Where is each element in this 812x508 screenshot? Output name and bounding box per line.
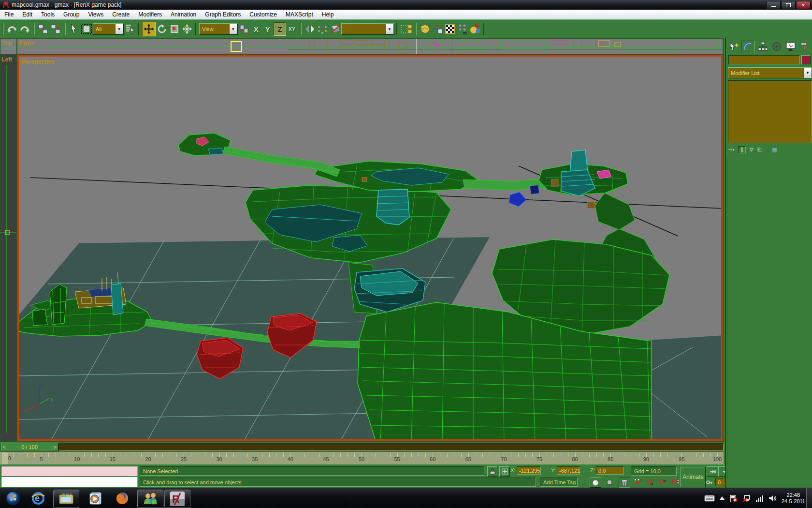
use-pivot-point-center-icon[interactable]	[238, 22, 250, 36]
viewport-left[interactable]: Left	[0, 55, 16, 441]
tab-motion[interactable]	[770, 41, 783, 52]
material-editor-icon[interactable]	[444, 22, 456, 36]
menu-group[interactable]: Group	[59, 11, 84, 18]
schematic-view-icon[interactable]	[431, 22, 444, 36]
menu-graph-editors[interactable]: Graph Editors	[201, 11, 245, 18]
restrict-xy-plane-button[interactable]: XY	[286, 23, 298, 35]
chevron-down-icon[interactable]: ▼	[803, 68, 812, 78]
selection-lock-icon[interactable]	[487, 466, 497, 477]
x-coord-field[interactable]: -121,295	[517, 466, 541, 475]
show-desktop-button[interactable]	[806, 488, 812, 508]
menu-help[interactable]: Help	[318, 11, 338, 18]
select-by-name-icon[interactable]	[124, 22, 136, 36]
taskbar-media-player[interactable]	[85, 490, 105, 507]
taskbar-internet-explorer[interactable]: e	[28, 490, 48, 507]
tab-display[interactable]	[784, 41, 797, 52]
menu-create[interactable]: Create	[108, 11, 134, 18]
select-and-manipulate-icon[interactable]	[181, 22, 193, 36]
time-slider-track[interactable]	[58, 443, 724, 451]
named-selection-dropdown[interactable]: ▼	[341, 23, 394, 35]
named-selection-sets-icon[interactable]	[400, 22, 413, 36]
viewport-front[interactable]: Front	[17, 39, 723, 54]
menu-file[interactable]: File	[0, 11, 18, 18]
select-and-rotate-icon[interactable]	[156, 22, 168, 36]
spinner-snap-icon[interactable]	[670, 478, 681, 487]
menu-modifiers[interactable]: Modifiers	[134, 11, 166, 18]
network-error-icon[interactable]	[742, 494, 751, 502]
tab-create[interactable]	[727, 41, 740, 52]
align-icon[interactable]	[329, 22, 341, 36]
select-and-link-icon[interactable]	[37, 22, 49, 36]
time-slider-next[interactable]: >	[52, 443, 58, 451]
viewport-top[interactable]: Top	[0, 39, 16, 54]
make-unique-icon[interactable]: ∀	[750, 147, 754, 153]
trackbar-handle[interactable]: 0	[1, 452, 8, 464]
time-slider-value[interactable]: 0 / 100	[7, 443, 52, 451]
configure-modifier-sets-icon[interactable]: ▦	[772, 147, 777, 153]
maxscript-listener-pink[interactable]	[1, 466, 138, 477]
restrict-z-button[interactable]: Z	[274, 22, 286, 36]
chevron-down-icon[interactable]: ▼	[229, 24, 237, 34]
select-object-icon[interactable]	[68, 22, 80, 36]
selection-filter-dropdown[interactable]: All ▼	[93, 23, 124, 35]
menu-views[interactable]: Views	[84, 11, 108, 18]
modifier-list-dropdown[interactable]: Modifier List ▼	[728, 67, 812, 78]
taskbar-windows-explorer[interactable]	[53, 490, 79, 508]
modifier-stack[interactable]	[728, 80, 812, 143]
menu-animation[interactable]: Animation	[166, 11, 201, 18]
taskbar-firefox[interactable]	[112, 490, 132, 507]
tab-modify[interactable]	[741, 41, 755, 53]
signal-strength-icon[interactable]	[755, 495, 764, 502]
taskbar-messenger[interactable]	[137, 490, 163, 508]
select-and-move-icon[interactable]	[142, 22, 156, 36]
material-id-icon[interactable]: ID	[456, 22, 469, 36]
go-to-start-button[interactable]: |◀◀	[707, 466, 718, 477]
tab-utilities[interactable]	[798, 41, 811, 52]
menu-maxscript[interactable]: MAXScript	[281, 11, 318, 18]
restrict-x-button[interactable]: X	[250, 23, 262, 35]
volume-icon[interactable]	[768, 495, 777, 502]
select-and-scale-icon[interactable]	[168, 22, 181, 36]
redo-icon[interactable]	[18, 22, 31, 36]
adaptive-degradation-sphere-icon[interactable]	[590, 478, 601, 488]
snap-3d-icon[interactable]: 3	[632, 478, 642, 487]
action-center-flag-icon[interactable]	[729, 494, 738, 502]
absolute-offset-toggle-icon[interactable]	[499, 466, 510, 477]
show-hidden-icons-icon[interactable]	[719, 496, 725, 500]
maxscript-listener-white[interactable]	[1, 477, 138, 487]
z-coord-field[interactable]: 0,0	[596, 466, 624, 475]
menu-tools[interactable]: Tools	[37, 11, 59, 18]
track-bar[interactable]: 5101520253035404550556065707580859095100…	[0, 451, 724, 464]
add-time-tag[interactable]: Add Time Tag	[540, 478, 578, 487]
reference-coordinate-dropdown[interactable]: View ▼	[199, 23, 238, 35]
restrict-y-button[interactable]: Y	[262, 23, 274, 35]
undo-icon[interactable]	[6, 22, 18, 36]
tab-hierarchy[interactable]	[756, 41, 769, 52]
pin-stack-icon[interactable]: ⊣▪	[728, 147, 734, 153]
object-color-swatch[interactable]	[801, 55, 811, 64]
menu-customize[interactable]: Customize	[245, 11, 281, 18]
taskbar-clock[interactable]: 22:48 24-5-2011	[782, 492, 805, 505]
degradation-spiky-icon[interactable]	[604, 478, 615, 487]
unlink-selection-icon[interactable]	[49, 22, 62, 36]
chevron-down-icon[interactable]: ▼	[385, 24, 394, 34]
rectangular-selection-region-icon[interactable]	[80, 22, 93, 36]
minimize-button[interactable]	[766, 1, 781, 9]
toolbar-handle[interactable]	[2, 23, 4, 35]
chevron-down-icon[interactable]: ▼	[115, 24, 123, 34]
array-icon[interactable]	[316, 22, 329, 36]
close-button[interactable]: ✕	[796, 1, 811, 9]
angle-snap-icon[interactable]	[644, 478, 655, 487]
set-key-icon[interactable]	[706, 478, 713, 486]
degradation-override-icon[interactable]	[619, 478, 630, 488]
render-presets-icon[interactable]	[469, 22, 481, 36]
taskbar-renx-gmax[interactable]: R	[164, 490, 190, 508]
animate-button[interactable]: Animate	[681, 467, 706, 487]
show-end-result-icon[interactable]: ∥	[738, 146, 746, 153]
maximize-button[interactable]	[781, 1, 796, 9]
object-name-field[interactable]	[728, 55, 800, 64]
percent-snap-icon[interactable]: %	[657, 478, 668, 487]
remove-modifier-icon[interactable]: ⎗	[757, 147, 762, 153]
start-button[interactable]	[3, 490, 23, 507]
menu-edit[interactable]: Edit	[18, 11, 37, 18]
